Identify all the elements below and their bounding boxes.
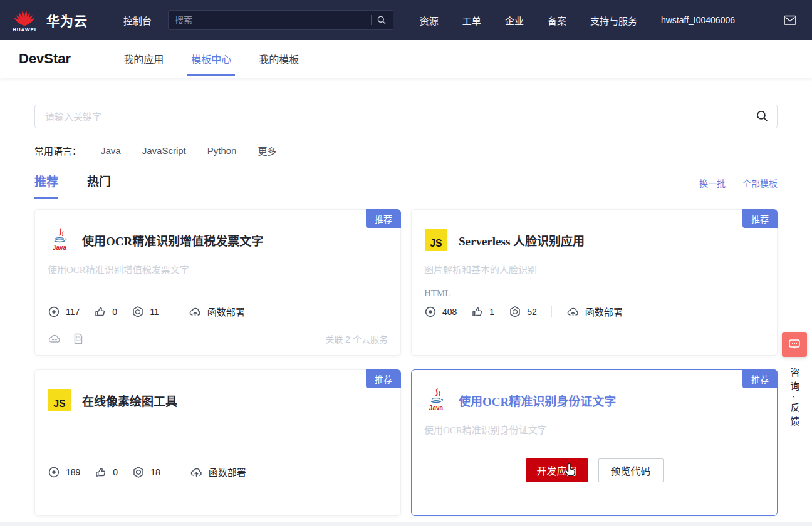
views-stat: 117 bbox=[48, 306, 80, 318]
stats-divider bbox=[175, 467, 175, 477]
console-link[interactable]: 控制台 bbox=[123, 14, 152, 27]
uses-stat: 18 bbox=[132, 466, 160, 478]
tab-hot[interactable]: 热门 bbox=[87, 172, 111, 199]
card-footer: 关联 2 个云服务 bbox=[48, 333, 388, 345]
deploy-action[interactable]: 函数部署 bbox=[190, 465, 246, 478]
cloud-deploy-icon bbox=[190, 465, 203, 478]
topnav-search-input[interactable] bbox=[175, 15, 366, 25]
huawei-logo[interactable]: HUAWEI bbox=[11, 8, 38, 33]
keyword-search bbox=[34, 105, 778, 128]
package-icon bbox=[132, 306, 144, 318]
card-header: Java 使用OCR精准识别增值税发票文字 bbox=[48, 227, 388, 252]
preview-code-button[interactable]: 预览代码 bbox=[598, 458, 664, 482]
deploy-action[interactable]: 函数部署 bbox=[189, 305, 245, 318]
java-icon: Java bbox=[48, 227, 71, 252]
tab-recommended[interactable]: 推荐 bbox=[34, 172, 58, 199]
svg-text:Java: Java bbox=[53, 244, 67, 251]
card-stats: 189 0 18 bbox=[48, 465, 246, 478]
card-stats: 408 1 52 bbox=[424, 305, 623, 318]
tab-my-templates[interactable]: 我的模板 bbox=[255, 40, 303, 78]
stats-divider bbox=[551, 306, 552, 317]
java-icon: Java bbox=[424, 388, 448, 413]
mail-icon[interactable] bbox=[783, 14, 797, 26]
card-title: Serverless 人脸识别应用 bbox=[459, 232, 585, 249]
views-icon bbox=[424, 306, 437, 318]
card-stats: 117 0 11 bbox=[48, 305, 245, 318]
all-templates-link[interactable]: 全部模板 bbox=[742, 177, 778, 189]
card-description: 使用OCR精准识别身份证文字 bbox=[424, 423, 764, 436]
feedback-chat-icon[interactable] bbox=[782, 332, 807, 357]
language-filter: 常用语言： Java JavaScript Python 更多 bbox=[34, 144, 778, 157]
views-stat: 408 bbox=[424, 306, 457, 318]
list-actions: 换一批 全部模板 bbox=[699, 177, 778, 199]
nav-divider bbox=[107, 13, 107, 27]
huawei-flower-icon bbox=[11, 8, 38, 27]
nav-item-tickets[interactable]: 工单 bbox=[462, 14, 481, 27]
huawei-logo-text: HUAWEI bbox=[13, 28, 36, 33]
template-center-page: 常用语言： Java JavaScript Python 更多 推荐 热门 换一… bbox=[0, 78, 812, 516]
lang-more[interactable]: 更多 bbox=[247, 144, 287, 157]
develop-app-button[interactable]: 开发应用 bbox=[526, 458, 588, 482]
document-icon[interactable] bbox=[72, 333, 85, 345]
views-icon bbox=[48, 306, 60, 318]
card-header: JS 在线像素绘图工具 bbox=[48, 388, 388, 413]
thumbs-up-icon bbox=[94, 306, 107, 318]
lang-java[interactable]: Java bbox=[90, 145, 132, 156]
thumbs-up-icon bbox=[471, 306, 484, 318]
card-title: 使用OCR精准识别身份证文字 bbox=[459, 392, 616, 409]
template-card-pixel-tool[interactable]: 推荐 JS 在线像素绘图工具 189 bbox=[34, 369, 401, 516]
top-navbar: HUAWEI 华为云 控制台 资源 工单 企业 备案 支持与服务 hwstaff… bbox=[0, 0, 812, 40]
lang-python[interactable]: Python bbox=[197, 145, 247, 156]
cloud-deploy-icon bbox=[189, 305, 202, 318]
deploy-action[interactable]: 函数部署 bbox=[566, 305, 623, 318]
recommend-badge: 推荐 bbox=[742, 209, 778, 228]
devstar-tabs: 我的应用 模板中心 我的模板 bbox=[120, 40, 303, 78]
package-icon bbox=[509, 306, 521, 318]
search-icon[interactable] bbox=[756, 110, 769, 123]
card-header: Java 使用OCR精准识别身份证文字 bbox=[424, 388, 764, 413]
tab-template-center[interactable]: 模板中心 bbox=[187, 40, 235, 78]
card-title: 在线像素绘图工具 bbox=[82, 392, 177, 409]
username[interactable]: hwstaff_I00406006 bbox=[661, 15, 735, 25]
views-icon bbox=[48, 466, 60, 478]
actions-divider bbox=[734, 179, 734, 187]
brand-huaweicloud[interactable]: 华为云 bbox=[46, 11, 88, 29]
package-icon bbox=[132, 466, 145, 478]
likes-stat[interactable]: 0 bbox=[95, 466, 118, 478]
feedback-label[interactable]: 咨询·反馈 bbox=[790, 368, 799, 430]
template-card-ocr-invoice[interactable]: 推荐 Java 使用OCR精准识别增值税发票文字 使用OCR精准识别增值税发票文… bbox=[34, 209, 401, 356]
javascript-icon: JS bbox=[424, 227, 448, 252]
tab-my-apps[interactable]: 我的应用 bbox=[120, 40, 167, 78]
nav-item-resources[interactable]: 资源 bbox=[420, 14, 439, 27]
recommend-badge: 推荐 bbox=[366, 369, 401, 388]
section-tabs: 推荐 热门 换一批 全部模板 bbox=[34, 172, 778, 199]
thumbs-up-icon bbox=[95, 466, 107, 478]
card-description: 图片解析和基本的人脸识别 bbox=[424, 262, 764, 276]
uses-stat: 52 bbox=[509, 306, 537, 318]
search-icon[interactable] bbox=[377, 15, 387, 25]
card-tag-html: HTML bbox=[424, 288, 764, 299]
refresh-batch-link[interactable]: 换一批 bbox=[699, 177, 726, 189]
lang-javascript[interactable]: JavaScript bbox=[132, 145, 197, 156]
card-description: 使用OCR精准识别增值税发票文字 bbox=[48, 262, 388, 276]
likes-stat[interactable]: 1 bbox=[471, 306, 494, 318]
nav-item-support[interactable]: 支持与服务 bbox=[590, 14, 637, 27]
template-card-ocr-idcard[interactable]: 推荐 Java 使用OCR精准识别身份证文字 使用OCR精准识别身份证文字 开发 bbox=[411, 369, 778, 516]
likes-stat[interactable]: 0 bbox=[94, 306, 117, 318]
cloud-service-icons bbox=[48, 333, 85, 345]
cloud-deploy-icon bbox=[566, 305, 580, 318]
template-card-serverless-face[interactable]: 推荐 JS Serverless 人脸识别应用 图片解析和基本的人脸识别 HTM… bbox=[411, 209, 778, 356]
product-title[interactable]: DevStar bbox=[19, 51, 71, 67]
cloud-service-icon[interactable] bbox=[48, 333, 61, 345]
svg-text:Java: Java bbox=[429, 405, 444, 411]
card-hover-actions: 开发应用 预览代码 bbox=[412, 458, 777, 482]
card-header: JS Serverless 人脸识别应用 bbox=[424, 227, 764, 252]
views-stat: 189 bbox=[48, 466, 80, 478]
topnav-search[interactable] bbox=[168, 10, 393, 30]
nav-item-filing[interactable]: 备案 bbox=[548, 14, 566, 27]
nav-item-enterprise[interactable]: 企业 bbox=[505, 14, 524, 27]
keyword-search-input[interactable] bbox=[34, 105, 778, 128]
recommend-badge: 推荐 bbox=[366, 209, 401, 228]
feedback-widget: 咨询·反馈 bbox=[782, 332, 807, 430]
linked-services-note: 关联 2 个云服务 bbox=[325, 333, 388, 345]
